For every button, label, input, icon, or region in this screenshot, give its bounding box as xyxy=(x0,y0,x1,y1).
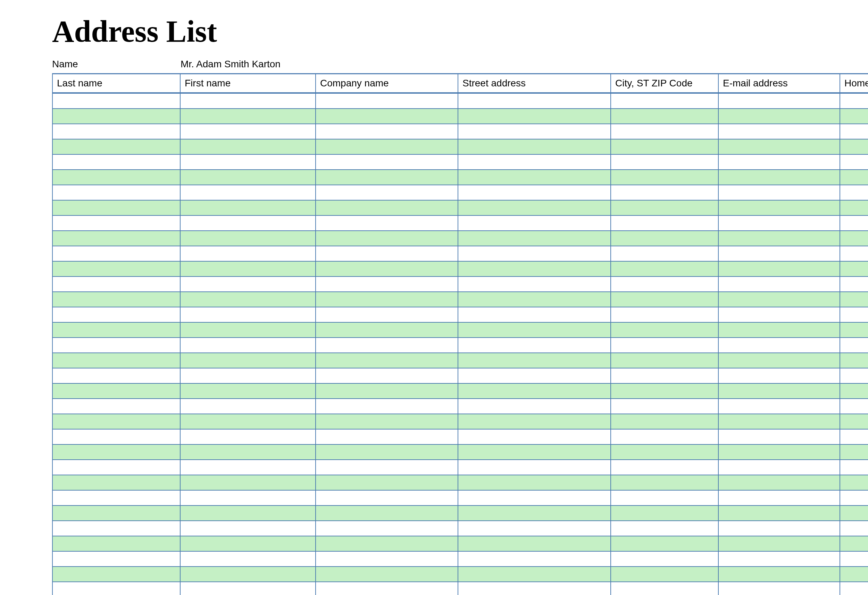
table-cell[interactable] xyxy=(52,399,180,414)
table-cell[interactable] xyxy=(611,552,719,567)
table-cell[interactable] xyxy=(180,490,316,506)
table-cell[interactable] xyxy=(458,109,611,124)
table-cell[interactable] xyxy=(180,246,316,262)
table-cell[interactable] xyxy=(52,124,180,140)
table-cell[interactable] xyxy=(840,445,868,460)
table-cell[interactable] xyxy=(458,353,611,368)
table-cell[interactable] xyxy=(458,384,611,399)
table-cell[interactable] xyxy=(458,445,611,460)
table-cell[interactable] xyxy=(316,536,458,552)
table-cell[interactable] xyxy=(52,445,180,460)
table-cell[interactable] xyxy=(458,185,611,200)
table-cell[interactable] xyxy=(316,155,458,170)
table-cell[interactable] xyxy=(180,384,316,399)
table-cell[interactable] xyxy=(719,109,840,124)
table-cell[interactable] xyxy=(840,94,868,109)
table-cell[interactable] xyxy=(719,292,840,307)
table-cell[interactable] xyxy=(316,140,458,155)
table-cell[interactable] xyxy=(458,216,611,231)
table-cell[interactable] xyxy=(611,430,719,445)
table-cell[interactable] xyxy=(52,155,180,170)
table-cell[interactable] xyxy=(52,94,180,109)
table-cell[interactable] xyxy=(180,231,316,246)
table-cell[interactable] xyxy=(719,552,840,567)
table-cell[interactable] xyxy=(458,140,611,155)
table-cell[interactable] xyxy=(52,231,180,246)
table-cell[interactable] xyxy=(316,460,458,475)
table-cell[interactable] xyxy=(316,124,458,140)
table-cell[interactable] xyxy=(719,460,840,475)
table-cell[interactable] xyxy=(180,140,316,155)
table-cell[interactable] xyxy=(458,460,611,475)
table-cell[interactable] xyxy=(458,506,611,521)
table-cell[interactable] xyxy=(611,307,719,323)
table-cell[interactable] xyxy=(719,338,840,353)
table-cell[interactable] xyxy=(611,292,719,307)
table-cell[interactable] xyxy=(180,414,316,430)
table-cell[interactable] xyxy=(719,94,840,109)
table-cell[interactable] xyxy=(180,460,316,475)
table-cell[interactable] xyxy=(840,399,868,414)
table-cell[interactable] xyxy=(611,521,719,536)
table-cell[interactable] xyxy=(458,307,611,323)
table-cell[interactable] xyxy=(611,246,719,262)
table-cell[interactable] xyxy=(458,552,611,567)
table-cell[interactable] xyxy=(611,460,719,475)
table-cell[interactable] xyxy=(180,430,316,445)
table-cell[interactable] xyxy=(52,506,180,521)
table-cell[interactable] xyxy=(611,338,719,353)
table-cell[interactable] xyxy=(458,368,611,384)
table-cell[interactable] xyxy=(840,307,868,323)
table-cell[interactable] xyxy=(458,399,611,414)
table-cell[interactable] xyxy=(840,506,868,521)
table-cell[interactable] xyxy=(719,582,840,595)
table-cell[interactable] xyxy=(458,231,611,246)
table-cell[interactable] xyxy=(719,262,840,277)
table-cell[interactable] xyxy=(458,200,611,216)
table-cell[interactable] xyxy=(316,109,458,124)
table-cell[interactable] xyxy=(611,262,719,277)
table-cell[interactable] xyxy=(611,475,719,490)
table-cell[interactable] xyxy=(719,170,840,185)
table-cell[interactable] xyxy=(52,338,180,353)
table-cell[interactable] xyxy=(719,200,840,216)
table-cell[interactable] xyxy=(840,353,868,368)
table-cell[interactable] xyxy=(719,475,840,490)
table-cell[interactable] xyxy=(719,430,840,445)
table-cell[interactable] xyxy=(180,521,316,536)
table-cell[interactable] xyxy=(180,552,316,567)
table-cell[interactable] xyxy=(719,384,840,399)
table-cell[interactable] xyxy=(840,414,868,430)
table-cell[interactable] xyxy=(458,246,611,262)
table-cell[interactable] xyxy=(458,155,611,170)
table-cell[interactable] xyxy=(611,155,719,170)
table-cell[interactable] xyxy=(316,368,458,384)
table-cell[interactable] xyxy=(180,353,316,368)
table-cell[interactable] xyxy=(52,200,180,216)
table-cell[interactable] xyxy=(840,155,868,170)
table-cell[interactable] xyxy=(719,506,840,521)
table-cell[interactable] xyxy=(316,430,458,445)
table-cell[interactable] xyxy=(316,216,458,231)
table-cell[interactable] xyxy=(840,277,868,292)
table-cell[interactable] xyxy=(52,292,180,307)
table-cell[interactable] xyxy=(611,353,719,368)
table-cell[interactable] xyxy=(316,338,458,353)
table-cell[interactable] xyxy=(180,277,316,292)
table-cell[interactable] xyxy=(316,170,458,185)
table-cell[interactable] xyxy=(719,155,840,170)
table-cell[interactable] xyxy=(316,323,458,338)
table-cell[interactable] xyxy=(458,567,611,582)
table-cell[interactable] xyxy=(840,231,868,246)
table-cell[interactable] xyxy=(840,460,868,475)
table-cell[interactable] xyxy=(316,353,458,368)
table-cell[interactable] xyxy=(458,521,611,536)
table-cell[interactable] xyxy=(840,262,868,277)
table-cell[interactable] xyxy=(719,185,840,200)
table-cell[interactable] xyxy=(316,200,458,216)
table-cell[interactable] xyxy=(180,155,316,170)
table-cell[interactable] xyxy=(52,140,180,155)
table-cell[interactable] xyxy=(840,124,868,140)
table-cell[interactable] xyxy=(458,170,611,185)
table-cell[interactable] xyxy=(316,414,458,430)
